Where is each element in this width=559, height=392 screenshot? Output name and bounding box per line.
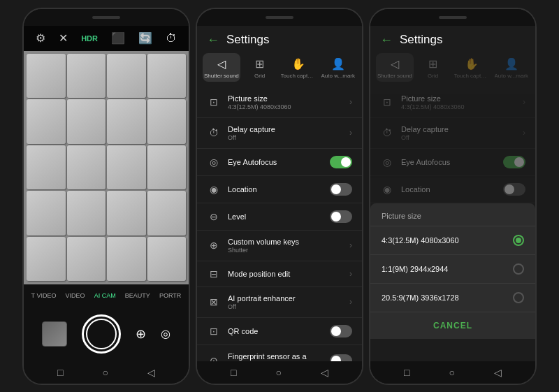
mode-icon[interactable]: ⏱ <box>166 32 177 45</box>
recents-nav-icon[interactable]: ◁ <box>147 367 155 378</box>
settings-item-mode-position-2[interactable]: ⊟ Mode position edit › <box>197 261 362 287</box>
grid-tab-icon-2: ⊞ <box>255 57 264 71</box>
settings-item-fingerprint-2[interactable]: ⊙ Fingerprint sensor as a shutter <box>197 345 362 361</box>
tab-shutter-sound-2[interactable]: ◁ Shutter sound <box>203 53 240 82</box>
key-cell <box>147 237 187 282</box>
settings-item-location-2[interactable]: ◉ Location <box>197 176 362 203</box>
fingerprint-toggle-knob-2 <box>331 356 341 361</box>
home-nav-icon[interactable]: □ <box>57 367 63 378</box>
focus-icon[interactable]: ⊕ <box>136 326 146 342</box>
settings-content-3: ← Settings ◁ Shutter sound ⊞ Grid ✋ Touc… <box>370 26 535 384</box>
volume-keys-chevron-2: › <box>349 240 352 250</box>
dialog-option-1-label: 4:3(12.5M) 4080x3060 <box>382 236 459 245</box>
settings-item-delay-2[interactable]: ⏱ Delay capture Off › <box>197 118 362 149</box>
phone3-back-icon[interactable]: ◁ <box>494 367 502 378</box>
mode-beauty[interactable]: BEAUTY <box>125 292 150 299</box>
eye-af-toggle-2[interactable] <box>330 156 352 168</box>
settings-item-picture-size-3: ⊡ Picture size 4:3(12.5M) 4080x3060 › <box>370 87 535 118</box>
settings-item-eye-af-3: ◎ Eye Autofocus <box>370 149 535 176</box>
dialog-option-2[interactable]: 1:1(9M) 2944x2944 <box>370 255 535 284</box>
tab-touch-2[interactable]: ✋ Touch capture <box>280 53 317 82</box>
settings-list-3: ⊡ Picture size 4:3(12.5M) 4080x3060 › ⏱ … <box>370 87 535 361</box>
level-toggle-2[interactable] <box>330 210 352 223</box>
eye-af-icon-2: ◎ <box>207 157 221 168</box>
timer-icon[interactable]: ⬛ <box>111 31 125 45</box>
tab-touch-3: ✋ Touch capture <box>453 53 491 82</box>
touch-tab-label-3: Touch capture <box>454 73 489 79</box>
phone2-back-icon[interactable]: ◁ <box>321 367 328 378</box>
settings-item-location-3: ◉ Location <box>370 176 535 203</box>
tab-watermark-3: 👤 Auto w...mark <box>493 53 530 82</box>
settings-item-volume-keys-2[interactable]: ⊕ Custom volume keys Shutter › <box>197 231 362 261</box>
mode-portrait[interactable]: PORTR <box>159 292 181 299</box>
mode-position-title-2: Mode position edit <box>228 270 342 278</box>
mode-video[interactable]: VIDEO <box>66 292 85 299</box>
mode-t-video[interactable]: T VIDEO <box>31 292 57 299</box>
picture-size-subtitle-3: 4:3(12.5M) 4080x3060 <box>401 103 516 110</box>
flash-icon[interactable]: ✕ <box>59 31 68 45</box>
delay-chevron-2: › <box>349 128 352 138</box>
dialog-option-1[interactable]: 4:3(12.5M) 4080x3060 <box>370 226 535 255</box>
settings-list-2: ⊡ Picture size 4:3(12.5M) 4080x3060 › ⏱ … <box>197 87 362 361</box>
settings-icon[interactable]: ⚙ <box>36 31 45 45</box>
phones-container: ⚙ ✕ HDR ⬛ 🔄 ⏱ <box>15 1 544 392</box>
delay-subtitle-3: Off <box>401 134 516 141</box>
settings-item-ai-portrait-2[interactable]: ⊠ AI portrait enhancer Off › <box>197 287 362 318</box>
touch-tab-icon-3: ✋ <box>465 57 479 71</box>
settings-tabs-2: ◁ Shutter sound ⊞ Grid ✋ Touch capture 👤… <box>197 53 362 87</box>
camera-modes: T VIDEO VIDEO AI CAM BEAUTY PORTR <box>24 284 189 307</box>
flip-icon[interactable]: 🔄 <box>138 31 152 45</box>
tab-grid-2[interactable]: ⊞ Grid <box>243 53 277 82</box>
qr-title-2: QR code <box>228 327 323 335</box>
settings-item-qr-2[interactable]: ⊡ QR code <box>197 318 362 345</box>
camera-top-bar: ⚙ ✕ HDR ⬛ 🔄 ⏱ <box>24 26 189 51</box>
qr-toggle-2[interactable] <box>330 325 352 337</box>
radio-dot-1 <box>516 238 521 243</box>
fingerprint-title-2: Fingerprint sensor as a shutter <box>228 352 323 361</box>
hdr-icon[interactable]: HDR <box>81 34 98 43</box>
phone1-nav-bar: □ ○ ◁ <box>24 361 189 384</box>
key-cell <box>67 99 106 144</box>
eye-af-content-2: Eye Autofocus <box>228 158 323 166</box>
phone2-home-icon[interactable]: □ <box>231 367 236 378</box>
cancel-button[interactable]: CANCEL <box>370 312 535 339</box>
back-nav-icon[interactable]: ○ <box>102 367 108 378</box>
location-title-2: Location <box>228 185 323 194</box>
eye-af-content-3: Eye Autofocus <box>401 158 496 166</box>
settings-item-level-2[interactable]: ⊖ Level <box>197 203 362 231</box>
watermark-tab-label-3: Auto w...mark <box>495 73 528 79</box>
settings-header-2: ← Settings <box>197 26 362 53</box>
phone2-nav-bar: □ ○ ◁ <box>197 361 362 384</box>
settings-title-3: Settings <box>400 33 442 47</box>
key-cell <box>147 99 187 144</box>
tab-shutter-sound-3: ◁ Shutter sound <box>376 53 414 82</box>
phone3-speaker <box>439 16 467 19</box>
key-cell <box>67 54 106 99</box>
phone3-circle-icon[interactable]: ○ <box>449 367 454 378</box>
settings-item-eye-af-2[interactable]: ◎ Eye Autofocus <box>197 149 362 176</box>
delay-title-3: Delay capture <box>401 125 516 133</box>
key-cell <box>27 191 66 235</box>
mode-position-chevron-2: › <box>349 269 352 279</box>
ai-portrait-icon-2: ⊠ <box>207 296 221 307</box>
camera-viewfinder <box>24 51 189 284</box>
phone1-speaker <box>92 16 120 19</box>
settings-back-button-2[interactable]: ← <box>207 33 219 48</box>
keyboard-background <box>24 51 189 284</box>
zoom-icon[interactable]: ◎ <box>161 327 170 340</box>
phone2-circle-icon[interactable]: ○ <box>275 367 281 378</box>
settings-back-button-3[interactable]: ← <box>380 33 393 48</box>
grid-tab-icon-3: ⊞ <box>428 57 437 71</box>
mode-ai-cam[interactable]: AI CAM <box>94 292 116 299</box>
camera-thumbnail[interactable] <box>42 321 67 347</box>
location-toggle-2[interactable] <box>330 183 352 196</box>
settings-item-picture-size-2[interactable]: ⊡ Picture size 4:3(12.5M) 4080x3060 › <box>197 87 362 118</box>
tab-watermark-2[interactable]: 👤 Auto w...mark <box>320 53 356 82</box>
dialog-option-3[interactable]: 20.5:9(7M) 3936x1728 <box>370 284 535 312</box>
shutter-button[interactable] <box>82 314 121 354</box>
phone3-home-icon[interactable]: □ <box>404 367 409 378</box>
fingerprint-toggle-2[interactable] <box>330 354 352 361</box>
key-cell <box>147 191 187 235</box>
eye-af-toggle-3 <box>503 156 525 168</box>
eye-af-icon-3: ◎ <box>380 157 394 168</box>
